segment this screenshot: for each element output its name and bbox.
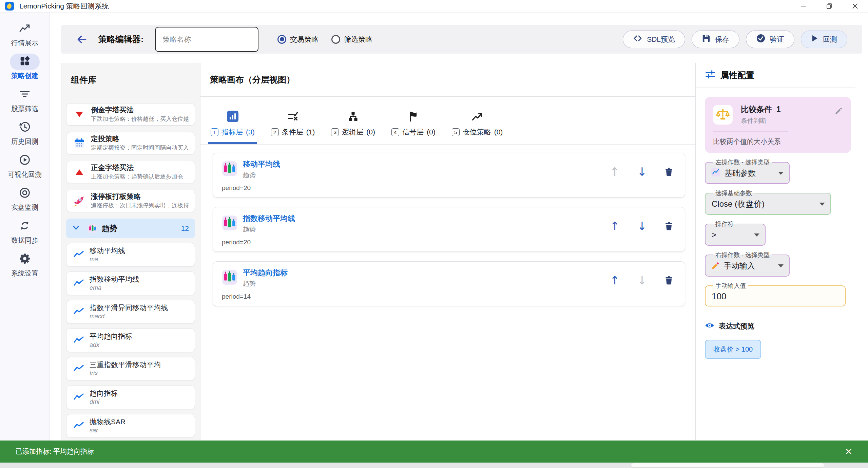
base-param-select[interactable]: 选择基础参数 Close (收盘价)	[705, 189, 831, 215]
close-icon[interactable]: ✕	[845, 446, 852, 457]
back-button[interactable]	[76, 34, 88, 45]
titlebar: LemonPicking 策略回测系统	[0, 0, 868, 13]
move-up-icon[interactable]: ↑	[610, 275, 620, 286]
triangle-down-icon	[72, 112, 87, 117]
sdl-preview-button[interactable]: SDL预览	[623, 31, 685, 48]
eye-icon	[705, 322, 714, 331]
move-down-icon[interactable]: ↓	[637, 220, 647, 232]
node-description: 比较两个值的大小关系	[713, 137, 843, 146]
zigzag-line-icon	[73, 336, 84, 345]
library-title: 组件库	[61, 63, 200, 97]
delete-icon[interactable]	[664, 221, 673, 231]
main-content: 策略编辑器: 交易策略 筛选策略 SDL预览 保存	[50, 13, 868, 468]
strategy-card-inverted-pyramid[interactable]: 倒金字塔买法 下跌加仓策略：价格越低，买入仓位越大	[66, 103, 195, 126]
indicator-item-dmi[interactable]: 趋向指标dmi	[66, 386, 195, 409]
tab-signal-layer[interactable]: 4信号层(0)	[391, 109, 436, 144]
sidebar-item-settings[interactable]: 系统设置	[0, 251, 50, 284]
header-actions: SDL预览 保存 验证 回测	[623, 31, 847, 48]
sidebar-item-history-backtest[interactable]: 历史回测	[0, 119, 50, 152]
tab-logic-layer[interactable]: 3逻辑层(0)	[331, 109, 375, 144]
left-operand-select[interactable]: 左操作数 - 选择类型 基础参数	[705, 158, 790, 184]
chart-icon	[711, 167, 720, 179]
sidebar-item-visual-replay[interactable]: 可视化回溯	[0, 152, 50, 185]
strategy-canvas-panel: 策略画布（分层视图） 1指标层(3) 2条件层(1)	[200, 63, 695, 440]
sidebar-item-label: 系统设置	[11, 269, 38, 278]
toast-message: 已添加指标: 平均趋向指标	[16, 447, 94, 456]
window-controls	[791, 0, 868, 13]
operator-select[interactable]: 操作符 >	[705, 220, 766, 246]
selected-node-card[interactable]: 比较条件_1 条件判断 比较两个值的大小关系	[705, 97, 851, 153]
sidebar-item-market[interactable]: 行情展示	[0, 21, 50, 54]
sidebar-item-label: 实盘监测	[11, 203, 38, 212]
close-button[interactable]	[842, 0, 868, 13]
triangle-up-icon	[72, 169, 87, 175]
chevron-down-icon	[72, 225, 80, 232]
pencil-icon[interactable]	[834, 106, 843, 116]
delete-icon[interactable]	[664, 167, 673, 176]
sidebar-nav: 行情展示 策略创建 股票筛选 历史回测 可视化回溯 实盘监测	[0, 13, 50, 468]
scrollbar-thumb[interactable]	[631, 463, 824, 468]
zigzag-line-icon	[73, 364, 84, 373]
maximize-button[interactable]	[816, 0, 842, 13]
manual-value-input[interactable]	[711, 291, 840, 302]
strategy-name-input[interactable]	[155, 27, 258, 52]
manual-value-field[interactable]: 手动输入值	[705, 282, 846, 306]
move-down-icon[interactable]: ↓	[637, 166, 647, 177]
minimize-button[interactable]	[791, 0, 816, 13]
save-button[interactable]: 保存	[692, 31, 739, 48]
node-params: period=14	[222, 293, 676, 300]
layer-tabs: 1指标层(3) 2条件层(1) 3逻辑层(0)	[200, 97, 695, 145]
indicator-node-adx[interactable]: 平均趋向指标 趋势 period=14 ↑ ↓	[213, 261, 685, 306]
indicator-item-ma[interactable]: 移动平均线ma	[66, 243, 195, 267]
tab-indicator-layer[interactable]: 1指标层(3)	[211, 109, 255, 144]
move-down-icon: ↓	[637, 275, 647, 286]
tab-condition-layer[interactable]: 2条件层(1)	[271, 109, 315, 144]
floppy-icon	[702, 34, 711, 44]
zigzag-line-icon	[73, 393, 84, 402]
tab-position-strategy[interactable]: 5仓位策略(0)	[452, 109, 503, 144]
sidebar-item-data-sync[interactable]: 数据同步	[0, 218, 50, 251]
validate-button[interactable]: 验证	[746, 31, 794, 48]
sidebar-item-stock-filter[interactable]: 股票筛选	[0, 87, 50, 119]
strategy-card-pyramid[interactable]: 正金字塔买法 上涨加仓策略：趋势确认后逐步加仓	[66, 161, 195, 183]
zigzag-line-icon	[73, 279, 84, 288]
indicator-item-trix[interactable]: 三重指数平滑移动平均trix	[66, 357, 195, 381]
sidebar-item-label: 股票筛选	[11, 104, 38, 113]
indicator-node-ma[interactable]: 移动平均线 趋势 period=20 ↑ ↓	[213, 153, 685, 198]
canvas-title: 策略画布（分层视图）	[200, 63, 695, 97]
rocket-icon	[72, 194, 87, 207]
code-icon	[633, 34, 642, 44]
history-icon	[19, 121, 31, 134]
strategy-card-fixed-invest[interactable]: 定投策略 定期定额投资：固定时间间隔自动买入	[66, 132, 195, 154]
move-up-icon[interactable]: ↑	[610, 220, 620, 232]
properties-title: 属性配置	[720, 70, 754, 81]
delete-icon[interactable]	[664, 276, 673, 285]
candlestick-chart-icon	[222, 269, 237, 286]
calendar-icon	[72, 137, 87, 149]
expression-preview-label: 表达式预览	[719, 321, 754, 331]
indicator-item-sar[interactable]: 抛物线SARsar	[66, 414, 195, 438]
sidebar-item-strategy-create[interactable]: 策略创建	[0, 54, 50, 87]
right-operand-select[interactable]: 右操作数 - 选择类型 手动输入	[705, 251, 790, 277]
zigzag-line-icon	[73, 422, 84, 430]
indicator-node-ema[interactable]: 指数移动平均线 趋势 period=20 ↑ ↓	[213, 207, 685, 252]
radio-unselected-icon	[331, 35, 340, 44]
radio-filter-strategy[interactable]: 筛选策略	[331, 35, 372, 44]
sidebar-item-live-monitor[interactable]: 实盘监测	[0, 185, 50, 218]
checklist-icon	[288, 109, 298, 124]
sync-icon	[19, 220, 31, 233]
component-library-panel: 组件库 倒金字塔买法 下跌加仓策略：价格越低，买入仓位越大 定投策略 定期定额投…	[61, 63, 200, 440]
indicator-item-ema[interactable]: 指数移动平均线ema	[66, 272, 195, 295]
indicator-group-trend[interactable]: 趋势 12	[66, 219, 195, 238]
candlestick-chart-icon	[88, 224, 97, 233]
horizontal-scrollbar[interactable]	[0, 463, 868, 468]
node-params: period=20	[222, 239, 676, 246]
radio-trade-strategy[interactable]: 交易策略	[277, 35, 319, 44]
indicator-item-adx[interactable]: 平均趋向指标adx	[66, 329, 195, 352]
trend-up-icon	[471, 109, 483, 124]
indicator-item-macd[interactable]: 指数平滑异同移动平均线macd	[66, 300, 195, 324]
strategy-card-limit-up[interactable]: 涨停板打板策略 追涨停板：次日未涨停则卖出，连板持有	[66, 190, 195, 212]
chevron-down-icon	[819, 203, 825, 206]
backtest-button[interactable]: 回测	[801, 31, 847, 48]
properties-panel: 属性配置 比较条件_1 条件判断 比较两个值的大	[695, 63, 855, 440]
